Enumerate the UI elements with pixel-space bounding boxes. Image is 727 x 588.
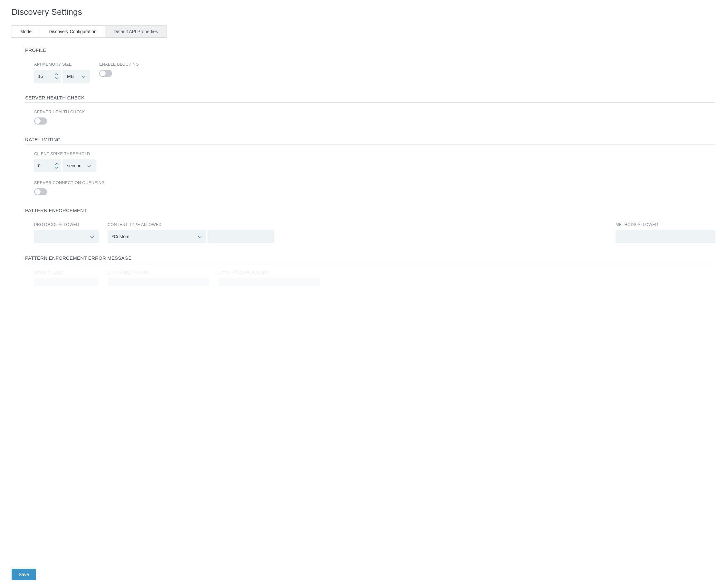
protocol-allowed-label: PROTOCOL ALLOWED: [34, 223, 99, 227]
error-code-label: ERROR CODE: [34, 270, 99, 275]
section-title-rate-limiting: RATE LIMITING: [25, 137, 715, 145]
chevron-down-icon: [90, 279, 94, 285]
save-button[interactable]: Save: [12, 569, 36, 580]
chevron-down-icon[interactable]: [55, 166, 59, 169]
tab-discovery-configuration[interactable]: Discovery Configuration: [40, 25, 105, 38]
api-memory-size-input[interactable]: [34, 70, 52, 83]
section-title-server-health: SERVER HEALTH CHECK: [25, 95, 715, 103]
api-memory-size-unit-label: MB: [67, 74, 74, 79]
field-error-definition: ERROR DEFINITION: [107, 270, 209, 286]
toggle-knob: [35, 189, 41, 195]
client-spike-threshold-unit-select[interactable]: second: [62, 159, 96, 172]
error-message-body-input[interactable]: [218, 278, 320, 286]
section-profile: PROFILE API MEMORY SIZE: [25, 47, 715, 83]
section-title-pattern-enforcement-error-message: PATTERN ENFORCEMENT ERROR MESSAGE: [25, 255, 715, 263]
api-memory-size-stepper[interactable]: [34, 70, 61, 83]
methods-allowed-input[interactable]: [615, 230, 715, 243]
content-type-allowed-value: *Custom: [112, 234, 129, 239]
section-title-pattern-enforcement: PATTERN ENFORCEMENT: [25, 208, 715, 215]
protocol-allowed-select[interactable]: [34, 230, 99, 243]
enable-blocking-label: ENABLE BLOCKING: [99, 62, 139, 67]
field-enable-blocking: ENABLE BLOCKING: [99, 62, 139, 83]
error-definition-label: ERROR DEFINITION: [107, 270, 209, 275]
field-client-spike-threshold: CLIENT SPIKE THRESHOLD: [34, 152, 715, 172]
field-content-type-allowed: CONTENT TYPE ALLOWED *Custom: [107, 223, 274, 243]
chevron-up-icon[interactable]: [55, 163, 59, 165]
server-health-check-label: SERVER HEALTH CHECK: [34, 110, 85, 114]
chevron-down-icon: [82, 74, 86, 79]
page-title: Discovery Settings: [12, 7, 715, 17]
client-spike-threshold-stepper[interactable]: [34, 159, 61, 172]
chevron-down-icon: [87, 163, 91, 168]
tab-mode[interactable]: Mode: [12, 25, 40, 38]
content-type-custom-input[interactable]: [207, 230, 274, 243]
server-health-check-toggle[interactable]: [34, 118, 47, 125]
section-server-health-check: SERVER HEALTH CHECK SERVER HEALTH CHECK: [25, 95, 715, 125]
chevron-up-icon[interactable]: [55, 74, 59, 76]
chevron-down-icon: [198, 234, 202, 239]
client-spike-threshold-input[interactable]: [34, 159, 52, 172]
section-pattern-enforcement: PATTERN ENFORCEMENT PROTOCOL ALLOWED CON…: [25, 208, 715, 243]
field-protocol-allowed: PROTOCOL ALLOWED: [34, 223, 99, 243]
content-type-allowed-select[interactable]: *Custom: [107, 230, 206, 243]
section-title-profile: PROFILE: [25, 47, 715, 55]
client-spike-threshold-label: CLIENT SPIKE THRESHOLD: [34, 152, 715, 156]
field-server-health-check: SERVER HEALTH CHECK: [34, 110, 85, 125]
tabs: Mode Discovery Configuration Default API…: [12, 25, 715, 38]
content-type-allowed-label: CONTENT TYPE ALLOWED: [107, 223, 274, 227]
enable-blocking-toggle[interactable]: [99, 70, 112, 77]
error-definition-input[interactable]: [107, 278, 209, 286]
section-pattern-enforcement-error-message: PATTERN ENFORCEMENT ERROR MESSAGE ERROR …: [25, 255, 715, 286]
field-error-message-body: ERROR MESSAGE BODY: [218, 270, 320, 286]
server-connection-queueing-label: SERVER CONNECTION QUEUEING: [34, 181, 715, 185]
error-code-select[interactable]: [34, 278, 99, 286]
chevron-down-icon[interactable]: [55, 77, 59, 79]
field-error-code: ERROR CODE: [34, 270, 99, 286]
field-methods-allowed: METHODS ALLOWED: [615, 223, 715, 243]
tab-default-api-properties[interactable]: Default API Properties: [105, 25, 167, 38]
server-connection-queueing-toggle[interactable]: [34, 188, 47, 195]
methods-allowed-label: METHODS ALLOWED: [615, 223, 715, 227]
toggle-knob: [35, 118, 41, 124]
api-memory-size-label: API MEMORY SIZE: [34, 62, 90, 67]
section-rate-limiting: RATE LIMITING CLIENT SPIKE THRESHOLD: [25, 137, 715, 195]
api-memory-size-unit-select[interactable]: MB: [62, 70, 90, 83]
field-api-memory-size: API MEMORY SIZE: [34, 62, 90, 83]
error-message-body-label: ERROR MESSAGE BODY: [218, 270, 320, 275]
field-server-connection-queueing: SERVER CONNECTION QUEUEING: [34, 181, 715, 195]
chevron-down-icon: [90, 234, 94, 239]
client-spike-threshold-unit-label: second: [67, 163, 81, 168]
toggle-knob: [100, 70, 106, 76]
